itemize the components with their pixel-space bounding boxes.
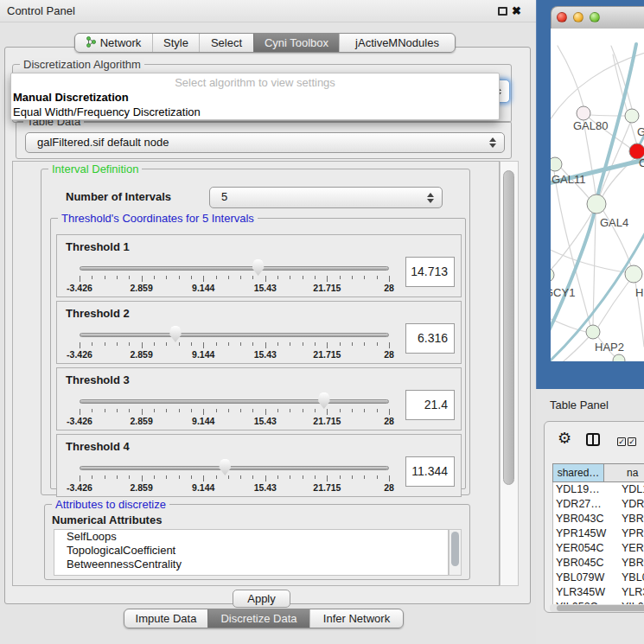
network-node-gal11[interactable] bbox=[551, 157, 562, 171]
cell-name[interactable]: YLR3 bbox=[615, 585, 644, 600]
cell-name[interactable]: YPR1 bbox=[615, 526, 644, 541]
table-horizontal-scrollbar[interactable] bbox=[550, 604, 644, 612]
algorithm-group-title: Discretization Algorithm bbox=[20, 58, 144, 71]
network-edge[interactable] bbox=[554, 171, 590, 326]
slider-thumb[interactable] bbox=[219, 459, 232, 475]
cell-shared-name[interactable]: YBR045C bbox=[553, 556, 615, 571]
checkbox-icon[interactable]: ✓ bbox=[628, 437, 636, 446]
tab-network[interactable]: Network bbox=[75, 34, 152, 52]
network-edge[interactable] bbox=[551, 246, 626, 272]
minor-tick bbox=[364, 276, 365, 279]
tab-impute-data[interactable]: Impute Data bbox=[124, 609, 207, 628]
gear-icon[interactable]: ⚙ bbox=[558, 429, 571, 448]
tab-infer-network[interactable]: Infer Network bbox=[309, 609, 403, 628]
cell-shared-name[interactable]: YBL079W bbox=[553, 571, 615, 585]
tick-label: 15.43 bbox=[241, 283, 290, 293]
table-row[interactable]: YLR345WYLR3 bbox=[553, 585, 644, 600]
network-node-h[interactable] bbox=[625, 265, 642, 283]
threshold-slider[interactable] bbox=[80, 392, 389, 410]
network-node-gal80[interactable] bbox=[577, 106, 590, 120]
table-toolbar: ⚙ ✓ ✓ bbox=[545, 422, 644, 463]
slider-thumb[interactable] bbox=[317, 392, 330, 409]
network-node-gal4[interactable] bbox=[587, 194, 606, 214]
threshold-value-field[interactable]: 11.344 bbox=[405, 456, 455, 487]
float-panel-icon[interactable] bbox=[498, 7, 507, 16]
columns-icon[interactable] bbox=[586, 433, 600, 446]
threshold-value-field[interactable]: 6.316 bbox=[405, 323, 455, 354]
window-zoom-icon[interactable] bbox=[590, 12, 600, 22]
table-row[interactable]: YBR043CYBR0 bbox=[553, 512, 644, 526]
cell-shared-name[interactable]: YDL19… bbox=[553, 482, 615, 497]
tab-style[interactable]: Style bbox=[152, 34, 199, 52]
threshold-slider[interactable] bbox=[80, 258, 389, 277]
column-header-name[interactable]: na bbox=[604, 463, 644, 482]
slider-track[interactable] bbox=[80, 466, 389, 470]
tab-select[interactable]: Select bbox=[199, 34, 253, 52]
slider-track[interactable] bbox=[80, 399, 389, 404]
threshold-slider[interactable] bbox=[80, 458, 389, 476]
network-node-ga[interactable] bbox=[625, 109, 639, 123]
settings-vertical-scrollbar[interactable] bbox=[500, 161, 519, 586]
apply-button[interactable]: Apply bbox=[233, 590, 290, 608]
threshold-slider[interactable] bbox=[80, 325, 389, 343]
table-row[interactable]: YBR045CYBR0 bbox=[553, 556, 644, 571]
cell-name[interactable]: YBL0 bbox=[615, 571, 644, 585]
node-label-h: H bbox=[635, 286, 643, 299]
attribute-item-betweennesscentrality[interactable]: BetweennessCentrality bbox=[54, 558, 448, 571]
table-row[interactable]: YPR145WYPR1 bbox=[553, 526, 644, 541]
network-node-unlabeled[interactable] bbox=[613, 354, 625, 361]
algorithm-option-equal-width-frequency-discretization[interactable]: Equal Width/Frequency Discretization bbox=[11, 105, 499, 119]
algorithm-hint-option[interactable]: Select algorithm to view settings bbox=[11, 73, 499, 90]
threshold-value-field[interactable]: 21.4 bbox=[405, 390, 455, 420]
cell-shared-name[interactable]: YER054C bbox=[553, 541, 615, 556]
table-row[interactable]: YDR27…YDR2 bbox=[553, 497, 644, 512]
num-intervals-spinner[interactable]: 5 bbox=[209, 187, 443, 208]
minor-tick bbox=[277, 475, 278, 479]
minor-tick bbox=[179, 342, 180, 346]
cell-name[interactable]: YDR2 bbox=[615, 497, 644, 512]
minor-tick bbox=[340, 342, 341, 346]
checkbox-icon[interactable]: ✓ bbox=[617, 437, 626, 446]
cell-name[interactable]: YDL1 bbox=[615, 482, 644, 497]
window-close-icon[interactable] bbox=[557, 12, 567, 22]
slider-thumb[interactable] bbox=[252, 259, 265, 276]
network-edge[interactable] bbox=[558, 46, 583, 106]
cell-shared-name[interactable]: YPR145W bbox=[553, 526, 615, 541]
tab-discretize-data[interactable]: Discretize Data bbox=[207, 609, 309, 628]
column-header-shared-name[interactable]: shared… bbox=[552, 463, 604, 482]
table-row[interactable]: YDL19…YDL1 bbox=[553, 482, 644, 497]
cell-name[interactable]: YBR0 bbox=[615, 512, 644, 526]
minor-tick bbox=[364, 342, 365, 346]
table-row[interactable]: YER054CYER0 bbox=[553, 541, 644, 556]
minor-tick bbox=[166, 276, 167, 279]
tab-cyni-toolbox[interactable]: Cyni Toolbox bbox=[253, 34, 339, 52]
minor-tick bbox=[290, 409, 290, 412]
close-icon[interactable]: ✖ bbox=[512, 3, 521, 19]
table-data-select[interactable]: galFiltered.sif default node bbox=[25, 132, 505, 153]
network-node-hap2[interactable] bbox=[586, 325, 600, 339]
window-minimize-icon[interactable] bbox=[573, 12, 583, 22]
slider-thumb[interactable] bbox=[169, 326, 182, 342]
network-edge[interactable] bbox=[598, 281, 629, 327]
algorithm-option-manual-discretization[interactable]: Manual Discretization bbox=[11, 90, 499, 105]
cell-shared-name[interactable]: YBR043C bbox=[553, 512, 615, 526]
cell-name[interactable]: YER0 bbox=[615, 541, 644, 556]
slider-track[interactable] bbox=[80, 333, 389, 337]
threshold-value-field[interactable]: 14.713 bbox=[405, 257, 455, 287]
node-label-gal4: GAL4 bbox=[600, 216, 628, 229]
network-node-gcy1[interactable] bbox=[551, 268, 554, 282]
table-row[interactable]: YBL079WYBL0 bbox=[553, 571, 644, 585]
tab-jactivemnodules[interactable]: jActiveMNodules bbox=[339, 34, 455, 52]
tick-label: 9.144 bbox=[179, 482, 227, 493]
slider-tick-labels: -3.4262.8599.14415.4321.71528 bbox=[80, 416, 389, 427]
network-canvas[interactable]: GAL80GACGAL11GAL4GCY1HHAP2 bbox=[551, 29, 644, 361]
tab-label: Style bbox=[163, 36, 188, 49]
cell-shared-name[interactable]: YLR345W bbox=[553, 585, 615, 600]
attribute-item-selfloops[interactable]: SelfLoops bbox=[54, 530, 448, 544]
attributes-list-scrollbar[interactable] bbox=[449, 529, 462, 576]
cell-shared-name[interactable]: YDR27… bbox=[553, 497, 615, 512]
panel-content: Discretization Algorithm Select algorith… bbox=[4, 47, 531, 604]
attribute-item-topologicalcoefficient[interactable]: TopologicalCoefficient bbox=[54, 544, 448, 558]
cell-name[interactable]: YBR0 bbox=[615, 556, 644, 571]
slider-track[interactable] bbox=[80, 266, 389, 271]
